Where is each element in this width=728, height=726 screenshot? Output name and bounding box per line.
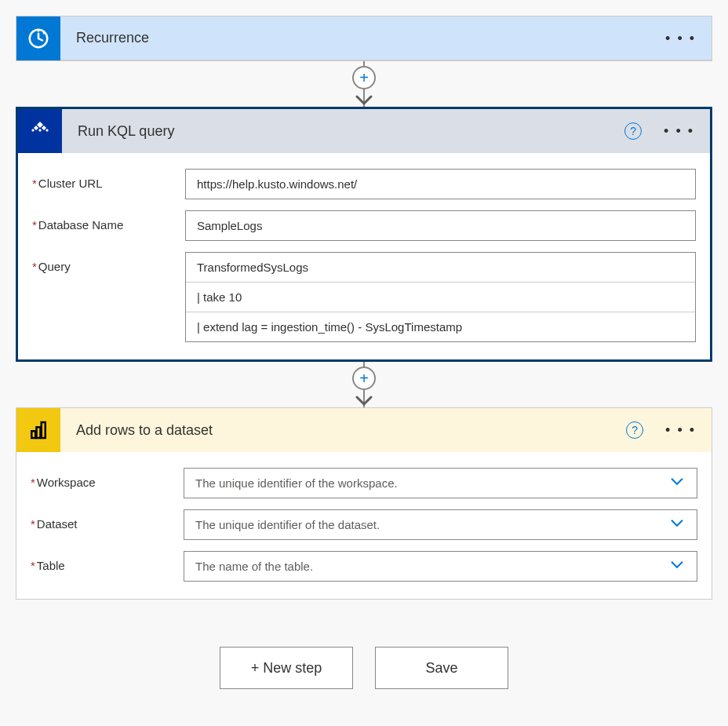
step-kql-body: *Cluster URL *Database Name *Query Trans… xyxy=(18,153,710,359)
svg-rect-8 xyxy=(31,129,35,132)
label-text: Workspace xyxy=(37,476,96,489)
field-cluster-url: *Cluster URL xyxy=(32,169,696,199)
step-powerbi-card: Add rows to a dataset ? • • • *Workspace… xyxy=(16,407,712,600)
arrow-down-icon xyxy=(355,95,373,108)
svg-rect-5 xyxy=(46,129,49,132)
label-text: Dataset xyxy=(37,517,78,531)
field-query: *Query TransformedSysLogs | take 10 | ex… xyxy=(32,252,696,342)
chevron-down-icon xyxy=(670,558,684,571)
recurrence-icon xyxy=(16,16,60,60)
step-powerbi-title: Add rows to a dataset xyxy=(60,422,626,439)
select-placeholder: The name of the table. xyxy=(195,560,313,573)
arrow-down-icon xyxy=(355,396,373,409)
svg-rect-3 xyxy=(37,122,43,128)
label-text: Table xyxy=(37,559,65,572)
query-line: TransformedSysLogs xyxy=(186,253,695,282)
step-kql-title: Run KQL query xyxy=(62,123,624,140)
query-input[interactable]: TransformedSysLogs | take 10 | extend la… xyxy=(185,252,696,342)
svg-point-1 xyxy=(38,29,40,31)
svg-rect-9 xyxy=(31,431,35,438)
field-database-name: *Database Name xyxy=(32,210,696,241)
add-step-button[interactable]: + xyxy=(352,66,376,89)
step-recurrence-title: Recurrence xyxy=(60,30,659,46)
field-label: *Cluster URL xyxy=(32,169,185,190)
field-dataset: *Dataset The unique identifier of the da… xyxy=(31,509,697,540)
more-icon[interactable]: • • • xyxy=(659,423,712,437)
svg-rect-10 xyxy=(37,427,41,438)
label-text: Database Name xyxy=(38,218,123,232)
label-text: Cluster URL xyxy=(38,177,103,190)
field-label: *Database Name xyxy=(32,210,185,232)
save-button[interactable]: Save xyxy=(375,647,508,689)
query-line: | extend lag = ingestion_time() - SysLog… xyxy=(186,312,695,341)
new-step-button[interactable]: + New step xyxy=(220,647,353,689)
step-powerbi-body: *Workspace The unique identifier of the … xyxy=(16,452,712,599)
label-text: Query xyxy=(38,260,71,273)
table-select[interactable]: The name of the table. xyxy=(184,551,697,582)
svg-rect-4 xyxy=(42,126,46,130)
field-label: *Dataset xyxy=(31,509,184,531)
field-table: *Table The name of the table. xyxy=(31,551,697,582)
more-icon[interactable]: • • • xyxy=(659,31,712,46)
step-powerbi-header[interactable]: Add rows to a dataset ? • • • xyxy=(16,408,712,452)
footer-buttons: + New step Save xyxy=(16,647,712,689)
help-icon[interactable]: ? xyxy=(626,421,643,439)
kusto-icon xyxy=(18,109,62,153)
select-placeholder: The unique identifier of the workspace. xyxy=(195,476,398,490)
dataset-select[interactable]: The unique identifier of the dataset. xyxy=(184,509,697,540)
field-label: *Table xyxy=(31,551,184,572)
more-icon[interactable]: • • • xyxy=(657,124,710,138)
powerbi-icon xyxy=(16,408,60,452)
field-label: *Query xyxy=(32,252,185,273)
chevron-down-icon xyxy=(670,516,684,530)
help-icon[interactable]: ? xyxy=(624,122,642,140)
workspace-select[interactable]: The unique identifier of the workspace. xyxy=(184,468,697,498)
cluster-url-input[interactable] xyxy=(185,169,696,199)
connector: + xyxy=(16,362,712,407)
database-name-input[interactable] xyxy=(185,210,696,241)
connector: + xyxy=(16,61,712,107)
step-recurrence-header[interactable]: Recurrence • • • xyxy=(16,16,712,60)
svg-rect-7 xyxy=(38,129,42,132)
add-step-button[interactable]: + xyxy=(352,367,376,390)
svg-rect-11 xyxy=(42,422,46,438)
field-label: *Workspace xyxy=(31,468,184,489)
step-kql-card: Run KQL query ? • • • *Cluster URL *Data… xyxy=(16,107,712,362)
step-kql-header[interactable]: Run KQL query ? • • • xyxy=(18,109,710,153)
select-placeholder: The unique identifier of the dataset. xyxy=(195,518,380,531)
step-recurrence-card: Recurrence • • • xyxy=(16,16,712,61)
query-line: | take 10 xyxy=(186,282,695,312)
svg-rect-6 xyxy=(34,126,38,130)
field-workspace: *Workspace The unique identifier of the … xyxy=(31,468,697,498)
chevron-down-icon xyxy=(670,475,684,488)
